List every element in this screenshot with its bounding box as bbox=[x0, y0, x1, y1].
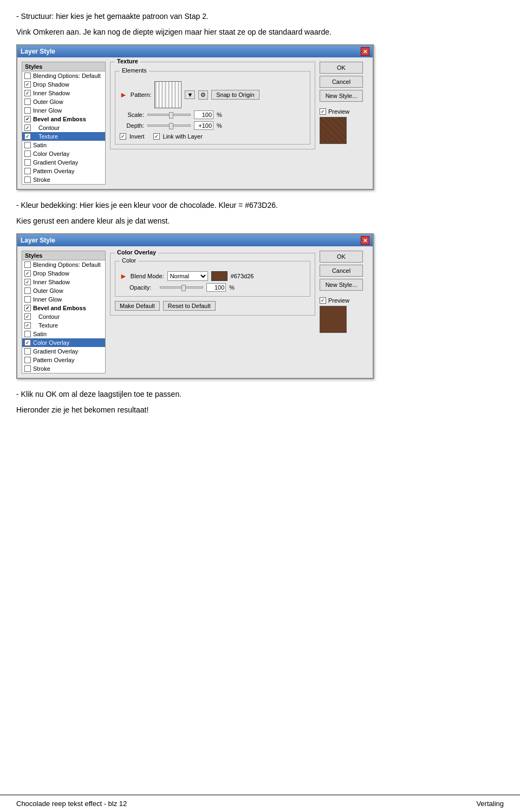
checkbox-coloroverlay-1[interactable] bbox=[24, 150, 31, 157]
style-item-patternoverlay-2[interactable]: Pattern Overlay bbox=[22, 356, 105, 364]
style-item-texture-1[interactable]: Texture bbox=[22, 132, 105, 141]
opacity-slider[interactable] bbox=[160, 286, 203, 289]
new-style-btn-1[interactable]: New Style... bbox=[320, 90, 363, 102]
dialog-close-btn-2[interactable]: ✕ bbox=[361, 236, 369, 245]
preview-thumb-1 bbox=[320, 117, 347, 144]
invert-label: Invert bbox=[129, 133, 145, 140]
outro-line-2: Hieronder zie je het bekomen resultaat! bbox=[16, 404, 504, 416]
checkbox-blending-1[interactable] bbox=[24, 73, 31, 79]
opacity-input[interactable] bbox=[206, 283, 226, 292]
dialog-close-btn-1[interactable]: ✕ bbox=[361, 47, 369, 56]
style-item-innerglow-1[interactable]: Inner Glow bbox=[22, 106, 105, 115]
checkbox-satin-2[interactable] bbox=[24, 331, 31, 337]
style-item-blending-2[interactable]: Blending Options: Default bbox=[22, 260, 105, 269]
checkbox-patternoverlay-2[interactable] bbox=[24, 357, 31, 363]
scale-row: Scale: % bbox=[120, 110, 306, 119]
depth-unit: % bbox=[217, 122, 222, 129]
arrow-icon: ► bbox=[120, 90, 127, 99]
checkbox-texture-1[interactable] bbox=[24, 133, 31, 140]
footer-right: Vertaling bbox=[476, 800, 504, 808]
checkbox-dropshadow-2[interactable] bbox=[24, 270, 31, 277]
ok-btn-2[interactable]: OK bbox=[320, 251, 363, 263]
color-swatch[interactable] bbox=[211, 271, 227, 281]
style-item-blending-1[interactable]: Blending Options: Default bbox=[22, 71, 105, 80]
style-item-contour-2[interactable]: Contour bbox=[22, 312, 105, 321]
make-default-btn[interactable]: Make Default bbox=[115, 301, 160, 311]
preview-thumb-2 bbox=[320, 306, 347, 333]
style-item-bevelemboss-2[interactable]: Bevel and Emboss bbox=[22, 304, 105, 312]
checkbox-coloroverlay-2[interactable] bbox=[24, 339, 31, 346]
middle-line-1: - Kleur bedekking: Hier kies je een kleu… bbox=[16, 200, 504, 211]
invert-checkbox[interactable] bbox=[120, 133, 126, 140]
scale-input[interactable] bbox=[194, 110, 213, 119]
style-item-satin-1[interactable]: Satin bbox=[22, 141, 105, 149]
preview-checkbox-2[interactable] bbox=[320, 297, 326, 304]
style-item-coloroverlay-1[interactable]: Color Overlay bbox=[22, 149, 105, 158]
color-hex-value: #673d26 bbox=[231, 273, 254, 279]
ok-btn-1[interactable]: OK bbox=[320, 62, 363, 74]
texture-section: Texture Elements ► Pattern: ▼ ⚙ Snap to … bbox=[110, 62, 315, 149]
checkbox-stroke-1[interactable] bbox=[24, 176, 31, 183]
style-item-texture-2[interactable]: Texture bbox=[22, 321, 105, 330]
depth-slider[interactable] bbox=[147, 125, 191, 127]
checkbox-innerglow-1[interactable] bbox=[24, 107, 31, 114]
dialog-title-2: Layer Style bbox=[21, 237, 55, 244]
checkbox-outerglow-2[interactable] bbox=[24, 287, 31, 294]
color-overlay-section: Color Overlay Color ► Blend Mode: Normal… bbox=[110, 253, 315, 316]
style-item-patternoverlay-1[interactable]: Pattern Overlay bbox=[22, 167, 105, 175]
checkbox-outerglow-1[interactable] bbox=[24, 99, 31, 105]
co-section-title: Color Overlay bbox=[115, 249, 158, 256]
new-style-btn-2[interactable]: New Style... bbox=[320, 279, 363, 291]
checkbox-innerglow-2[interactable] bbox=[24, 296, 31, 303]
preview-checkbox-1[interactable] bbox=[320, 108, 326, 115]
blend-mode-select[interactable]: Normal bbox=[167, 271, 208, 281]
checkbox-gradientoverlay-1[interactable] bbox=[24, 159, 31, 166]
pattern-label: Pattern: bbox=[131, 91, 152, 98]
depth-input[interactable] bbox=[194, 121, 213, 130]
outro-line-1: - Klik nu OK om al deze laagstijlen toe … bbox=[16, 389, 504, 400]
checkbox-patternoverlay-1[interactable] bbox=[24, 168, 31, 174]
checkbox-dropshadow-1[interactable] bbox=[24, 81, 31, 88]
style-item-coloroverlay-2[interactable]: Color Overlay bbox=[22, 338, 105, 347]
link-checkbox[interactable] bbox=[153, 133, 160, 140]
dialog-titlebar-2: Layer Style ✕ bbox=[17, 234, 373, 246]
dialog-title-1: Layer Style bbox=[21, 48, 55, 55]
style-item-outerglow-2[interactable]: Outer Glow bbox=[22, 286, 105, 295]
reset-default-btn[interactable]: Reset to Default bbox=[163, 301, 216, 311]
checkbox-satin-1[interactable] bbox=[24, 142, 31, 148]
checkbox-innershadow-2[interactable] bbox=[24, 279, 31, 285]
snap-to-origin-btn[interactable]: Snap to Origin bbox=[211, 90, 259, 100]
style-item-satin-2[interactable]: Satin bbox=[22, 330, 105, 338]
checkbox-contour-2[interactable] bbox=[24, 313, 31, 320]
style-item-stroke-1[interactable]: Stroke bbox=[22, 175, 105, 184]
checkbox-blending-2[interactable] bbox=[24, 261, 31, 268]
style-item-dropshadow-1[interactable]: Drop Shadow bbox=[22, 80, 105, 89]
checkbox-texture-2[interactable] bbox=[24, 322, 31, 329]
checkbox-innershadow-1[interactable] bbox=[24, 90, 31, 96]
preview-label-1: Preview bbox=[320, 108, 349, 115]
style-item-bevelemboss-1[interactable]: Bevel and Emboss bbox=[22, 115, 105, 123]
style-item-innershadow-2[interactable]: Inner Shadow bbox=[22, 278, 105, 286]
checkbox-bevelemboss-2[interactable] bbox=[24, 305, 31, 311]
style-item-gradientoverlay-2[interactable]: Gradient Overlay bbox=[22, 347, 105, 356]
pattern-dropdown[interactable]: ▼ bbox=[185, 90, 195, 99]
blend-mode-label: Blend Mode: bbox=[131, 273, 164, 279]
pattern-options[interactable]: ⚙ bbox=[198, 90, 208, 100]
checkbox-contour-1[interactable] bbox=[24, 125, 31, 131]
checkbox-stroke-2[interactable] bbox=[24, 365, 31, 372]
style-item-outerglow-1[interactable]: Outer Glow bbox=[22, 97, 105, 106]
checkbox-gradientoverlay-2[interactable] bbox=[24, 348, 31, 355]
styles-header-1: Styles bbox=[22, 62, 105, 71]
style-item-dropshadow-2[interactable]: Drop Shadow bbox=[22, 269, 105, 278]
footer: Chocolade reep tekst effect - blz 12 Ver… bbox=[0, 795, 520, 812]
cancel-btn-2[interactable]: Cancel bbox=[320, 265, 363, 277]
elements-section-title: Elements bbox=[120, 67, 149, 74]
scale-slider[interactable] bbox=[147, 114, 191, 116]
checkbox-bevelemboss-1[interactable] bbox=[24, 116, 31, 122]
style-item-contour-1[interactable]: Contour bbox=[22, 123, 105, 132]
style-item-innershadow-1[interactable]: Inner Shadow bbox=[22, 89, 105, 97]
style-item-innerglow-2[interactable]: Inner Glow bbox=[22, 295, 105, 304]
style-item-stroke-2[interactable]: Stroke bbox=[22, 364, 105, 373]
cancel-btn-1[interactable]: Cancel bbox=[320, 76, 363, 88]
style-item-gradientoverlay-1[interactable]: Gradient Overlay bbox=[22, 158, 105, 167]
